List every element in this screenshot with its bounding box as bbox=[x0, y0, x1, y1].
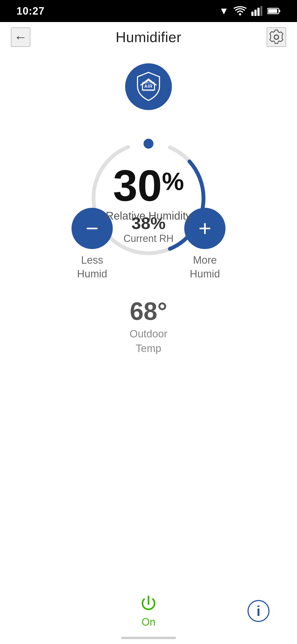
signal-icon bbox=[251, 6, 262, 16]
less-humid-label: LessHumid bbox=[77, 253, 107, 281]
svg-rect-4 bbox=[260, 6, 262, 16]
page-title: Humidifier bbox=[116, 29, 181, 45]
bottom-toolbar: On i bbox=[0, 589, 297, 644]
wifi-icon: ▼︎ bbox=[219, 5, 229, 17]
svg-text:SYSTEM: SYSTEM bbox=[143, 89, 154, 92]
gear-icon bbox=[269, 29, 284, 45]
nav-bar: ← Humidifier bbox=[0, 22, 297, 52]
outdoor-temp-section: 68° OutdoorTemp bbox=[130, 297, 167, 356]
status-time: 10:27 bbox=[16, 5, 45, 17]
power-on-label: On bbox=[142, 616, 156, 628]
humidity-dial: 30% Relative Humidity − LessHumid 38% Cu… bbox=[66, 127, 231, 281]
humidity-label: Relative Humidity bbox=[106, 210, 191, 222]
home-indicator bbox=[121, 637, 176, 639]
svg-rect-6 bbox=[279, 10, 280, 12]
svg-rect-3 bbox=[257, 8, 260, 16]
svg-text:HEALTHY: HEALTHY bbox=[142, 81, 155, 84]
info-icon: i bbox=[257, 604, 260, 618]
back-arrow-icon: ← bbox=[14, 31, 27, 44]
app-container: ← Humidifier HEALTHY AIR SYSTEM bbox=[0, 22, 297, 644]
svg-rect-2 bbox=[254, 10, 257, 16]
info-button[interactable]: i bbox=[248, 600, 270, 622]
battery-icon bbox=[267, 7, 280, 15]
outdoor-temp-label: OutdoorTemp bbox=[130, 327, 167, 356]
minus-icon: − bbox=[86, 217, 99, 239]
more-humid-label: MoreHumid bbox=[190, 253, 220, 281]
svg-rect-1 bbox=[251, 12, 254, 16]
svg-point-0 bbox=[239, 13, 241, 15]
brand-logo: HEALTHY AIR SYSTEM bbox=[125, 63, 172, 110]
current-rh-label: Current RH bbox=[123, 233, 174, 244]
dial-center-content: 30% Relative Humidity bbox=[106, 163, 191, 222]
settings-button[interactable] bbox=[267, 28, 286, 47]
power-button[interactable]: On bbox=[139, 594, 158, 628]
status-icons: ▼︎ bbox=[219, 5, 280, 17]
brand-shield-icon: HEALTHY AIR SYSTEM bbox=[132, 70, 165, 103]
power-icon bbox=[139, 594, 158, 614]
back-button[interactable]: ← bbox=[11, 28, 30, 47]
wifi-icon bbox=[234, 6, 246, 16]
svg-point-13 bbox=[144, 139, 153, 149]
outdoor-temp-value: 68° bbox=[130, 297, 167, 326]
plus-icon: + bbox=[199, 217, 211, 239]
svg-text:AIR: AIR bbox=[144, 84, 153, 89]
svg-rect-7 bbox=[268, 9, 277, 13]
humidity-unit: % bbox=[162, 169, 184, 194]
status-bar: 10:27 ▼︎ bbox=[0, 0, 297, 22]
humidity-number: 30 bbox=[113, 163, 162, 208]
set-humidity-display: 30% bbox=[113, 163, 184, 208]
